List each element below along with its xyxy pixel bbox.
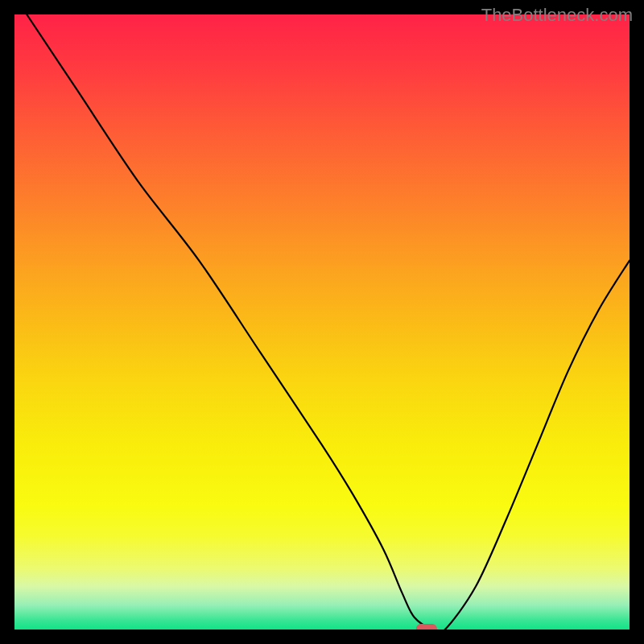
chart-background [14, 14, 630, 630]
chart [14, 14, 630, 630]
optimal-marker [416, 624, 437, 630]
chart-svg [14, 14, 630, 630]
watermark-text: TheBottleneck.com [481, 5, 633, 26]
